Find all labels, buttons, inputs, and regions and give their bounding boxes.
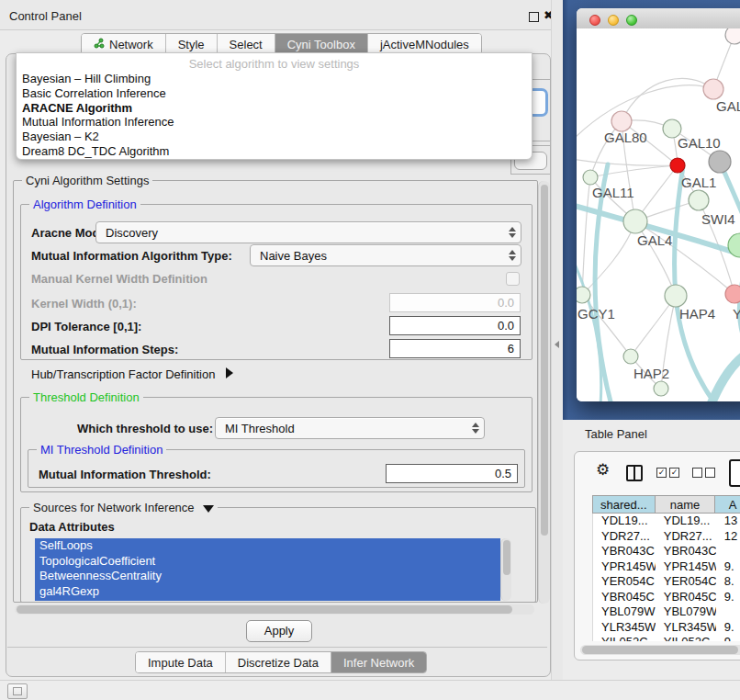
table-cell: 8. (716, 574, 740, 590)
network-node-gal11[interactable] (583, 170, 598, 185)
network-window-titlebar[interactable] (577, 8, 740, 29)
node-label: GAL (716, 98, 740, 114)
data-attributes-list[interactable]: SelfLoopsTopologicalCoefficientBetweenne… (35, 538, 500, 601)
attributes-list-scrollbar[interactable] (500, 538, 511, 601)
column-header-A[interactable]: A (715, 496, 740, 513)
mi-steps-label: Mutual Information Steps: (31, 343, 178, 356)
dropdown-item[interactable]: Basic Correlation Inference (17, 86, 532, 101)
network-icon (94, 38, 105, 51)
collapse-divider-icon[interactable] (555, 341, 559, 348)
table-row[interactable]: YLR345WYLR345W9. (593, 620, 740, 636)
unchecked-checkbox-icon[interactable] (692, 468, 702, 478)
table-cell: YBR043C (593, 544, 656, 559)
tab-infer-network[interactable]: Infer Network (331, 652, 426, 672)
table-row[interactable]: YDR27...YDR27...12 (593, 529, 740, 545)
network-node[interactable] (725, 28, 740, 44)
tab-impute-data[interactable]: Impute Data (136, 652, 226, 672)
aracne-mode-select[interactable]: Discovery (95, 221, 521, 243)
table-cell: 9. (716, 590, 740, 605)
hub-definition-toggle[interactable]: Hub/Transcription Factor Definition (31, 367, 233, 381)
split-columns-icon[interactable] (626, 465, 643, 481)
attribute-list-item[interactable]: BetweennessCentrality (35, 569, 500, 584)
mi-algorithm-type-select[interactable]: Naive Bayes (250, 244, 521, 266)
network-node-gal80[interactable] (611, 111, 632, 131)
network-node-gal4[interactable] (623, 209, 647, 233)
table-row[interactable]: YPR145WYPR145W9. (593, 559, 740, 575)
attribute-list-item[interactable]: gal4RGexp (35, 584, 500, 600)
table-row[interactable]: YBR045CYBR045C9. (593, 590, 740, 605)
tab-select[interactable]: Select (218, 34, 275, 54)
tab-network[interactable]: Network (82, 34, 166, 54)
table-panel-title: Table Panel (585, 427, 647, 441)
manual-kernel-width-label: Manual Kernel Width Definition (31, 272, 207, 286)
data-attributes-label: Data Attributes (29, 520, 115, 534)
tab-jactivemnodules[interactable]: jActiveMNodules (368, 34, 481, 54)
tab-cyni-toolbox[interactable]: Cyni Toolbox (275, 34, 368, 54)
network-node-gcy1[interactable] (577, 287, 590, 303)
table-row[interactable]: YBR043CYBR043C (593, 544, 740, 559)
dpi-tolerance-input[interactable] (389, 316, 521, 335)
table-row[interactable]: YDL19...YDL19...13 (593, 514, 740, 529)
node-label: GCY1 (577, 306, 615, 322)
unchecked-checkbox-icon[interactable] (705, 468, 715, 478)
minimize-traffic-light-icon[interactable] (608, 15, 619, 26)
dropdown-item[interactable]: ARACNE Algorithm (17, 101, 532, 116)
checked-checkbox-icon[interactable]: ✓ (656, 468, 667, 478)
dropdown-item[interactable]: Bayesian – Hill Climbing (17, 72, 532, 86)
manual-kernel-width-checkbox[interactable] (506, 272, 520, 286)
settings-vertical-scrollbar[interactable] (538, 181, 550, 604)
node-label: GAL11 (592, 185, 634, 200)
page-icon[interactable] (729, 459, 740, 487)
zoom-traffic-light-icon[interactable] (626, 15, 637, 26)
network-node-hap2[interactable] (623, 349, 638, 364)
network-window[interactable]: GALGAL80GAL10GAL1GAL11SWI4GAL4GCY1HAP4YH… (577, 8, 740, 401)
sources-title-row[interactable]: Sources for Network Inference (29, 501, 218, 514)
table-cell: YDR27... (593, 529, 656, 545)
settings-horizontal-scrollbar[interactable] (15, 604, 534, 615)
table-row[interactable]: YBL079WYBL079W (593, 604, 740, 620)
network-node-gal[interactable] (703, 79, 723, 99)
table-horizontal-scrollbar[interactable] (580, 645, 740, 655)
table-cell: YER054C (656, 574, 716, 590)
network-node[interactable] (670, 158, 685, 173)
tab-discretize-data[interactable]: Discretize Data (226, 652, 331, 672)
kernel-width-input[interactable] (389, 293, 521, 312)
minimized-panel-button[interactable] (7, 683, 28, 699)
network-node-y[interactable] (725, 285, 740, 303)
node-label: GAL1 (681, 175, 716, 190)
dpi-tolerance-label: DPI Tolerance [0,1]: (31, 320, 141, 333)
kernel-width-label: Kernel Width (0,1): (31, 297, 137, 310)
network-node[interactable] (709, 151, 731, 173)
column-header-name[interactable]: name (656, 496, 716, 513)
network-node-gal1[interactable] (689, 190, 709, 210)
mi-algorithm-type-label: Mutual Information Algorithm Type: (31, 249, 232, 263)
table-cell: YPR145W (656, 559, 716, 575)
table-row[interactable]: YER054CYER054C8. (593, 574, 740, 590)
checked-checkbox-icon[interactable]: ✓ (669, 468, 679, 478)
which-threshold-select[interactable]: MI Threshold (215, 417, 485, 439)
attribute-list-item[interactable]: TopologicalCoefficient (35, 554, 500, 570)
mi-steps-input[interactable] (389, 339, 521, 358)
table-cell: YBR045C (593, 590, 656, 605)
network-node[interactable] (654, 381, 668, 396)
network-node-hap4[interactable] (665, 285, 687, 307)
table-row[interactable]: YIL052CYIL052C9 (593, 635, 740, 641)
apply-button[interactable]: Apply (246, 620, 312, 642)
dropdown-item-list: Bayesian – Hill ClimbingBasic Correlatio… (17, 72, 532, 159)
dropdown-item[interactable]: Bayesian – K2 (17, 130, 532, 144)
dropdown-item[interactable]: Dream8 DC_TDC Algorithm (17, 144, 532, 159)
float-window-icon[interactable] (529, 12, 539, 22)
gear-icon[interactable]: ⚙ (596, 460, 610, 480)
column-header-shared[interactable]: shared... (593, 496, 656, 513)
node-label: HAP4 (679, 306, 715, 322)
mi-threshold-input[interactable] (386, 464, 518, 483)
collapsed-arrow-icon (226, 367, 233, 378)
close-traffic-light-icon[interactable] (589, 15, 600, 26)
network-canvas[interactable]: GALGAL80GAL10GAL1GAL11SWI4GAL4GCY1HAP4YH… (577, 28, 740, 401)
tab-style[interactable]: Style (166, 34, 218, 54)
dropdown-item[interactable]: Mutual Information Inference (17, 115, 532, 130)
table-header-row: shared...nameA (592, 495, 740, 514)
tab-label: Network (109, 38, 153, 51)
desktop-background: GALGAL80GAL10GAL1GAL11SWI4GAL4GCY1HAP4YH… (563, 0, 740, 420)
attribute-list-item[interactable]: SelfLoops (35, 538, 500, 554)
